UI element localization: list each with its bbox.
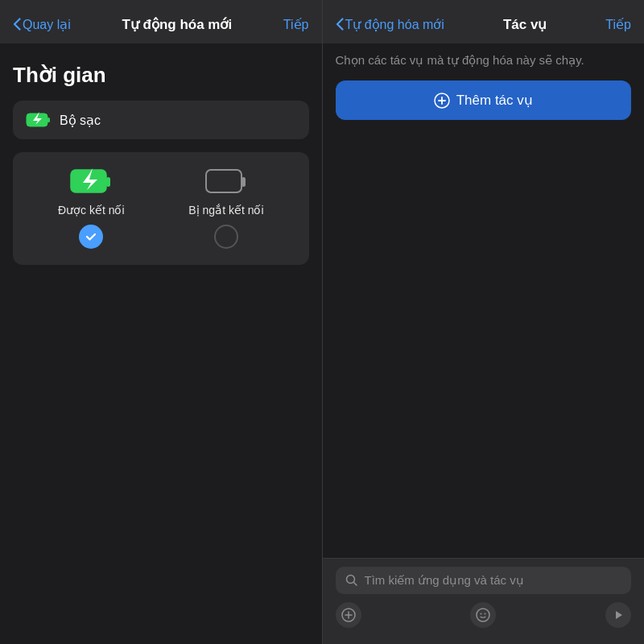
- add-action-button[interactable]: Thêm tác vụ: [336, 80, 632, 120]
- disconnected-radio[interactable]: [214, 225, 238, 249]
- play-button[interactable]: [605, 602, 631, 628]
- right-back-button[interactable]: Tự động hóa mới: [336, 17, 444, 32]
- connection-options-card: Được kết nối Bị ngắt kết nối: [13, 152, 309, 265]
- left-nav-title: Tự động hóa mới: [122, 16, 232, 33]
- right-back-label: Tự động hóa mới: [345, 17, 444, 32]
- disconnected-label: Bị ngắt kết nối: [188, 204, 263, 217]
- battery-charging-icon: [26, 112, 52, 128]
- connected-radio[interactable]: [79, 225, 103, 249]
- svg-rect-5: [242, 177, 246, 187]
- right-chevron-left-icon: [336, 18, 344, 31]
- svg-rect-4: [206, 170, 242, 192]
- battery-flat-large-icon: [205, 168, 247, 196]
- smiley-icon: [476, 608, 490, 622]
- disconnected-option[interactable]: Bị ngắt kết nối: [188, 168, 263, 249]
- search-placeholder: Tìm kiếm ứng dụng và tác vụ: [365, 573, 524, 588]
- add-action-label: Thêm tác vụ: [456, 92, 533, 109]
- bottom-bar: Tìm kiếm ứng dụng và tác vụ: [323, 558, 645, 644]
- smiley-icon-button[interactable]: [470, 602, 496, 628]
- right-panel: Tự động hóa mới Tác vụ Tiếp Chọn các tác…: [323, 0, 645, 644]
- description-text: Chọn các tác vụ mà tự động hóa này sẽ ch…: [323, 43, 645, 80]
- chevron-left-icon: [13, 18, 21, 31]
- left-panel: Quay lại Tự động hóa mới Tiếp Thời gian …: [0, 0, 323, 644]
- checkmark-icon: [85, 230, 97, 243]
- plus-circle-icon: [434, 93, 450, 109]
- left-content: Thời gian Bộ sạc Được kết nối: [0, 43, 322, 644]
- left-back-button[interactable]: Quay lại: [13, 17, 71, 32]
- right-nav-title: Tác vụ: [503, 16, 547, 33]
- svg-point-9: [477, 609, 489, 621]
- connected-option[interactable]: Được kết nối: [58, 168, 125, 249]
- add-icon-button[interactable]: [336, 602, 361, 628]
- connected-label: Được kết nối: [58, 204, 125, 217]
- left-nav-bar: Quay lại Tự động hóa mới Tiếp: [0, 0, 322, 43]
- left-nav-action[interactable]: Tiếp: [283, 17, 309, 32]
- left-back-label: Quay lại: [23, 17, 71, 32]
- charger-list-item[interactable]: Bộ sạc: [13, 101, 309, 139]
- svg-point-10: [481, 613, 482, 615]
- svg-rect-3: [106, 177, 110, 187]
- right-nav-bar: Tự động hóa mới Tác vụ Tiếp: [323, 0, 645, 43]
- svg-rect-1: [47, 118, 50, 122]
- charger-label: Bộ sạc: [60, 113, 101, 128]
- plus-icon: [341, 608, 356, 622]
- svg-point-11: [485, 613, 486, 615]
- search-icon: [345, 574, 358, 587]
- bottom-icons-row: [336, 602, 632, 628]
- battery-charging-large-icon: [70, 168, 112, 196]
- right-nav-action[interactable]: Tiếp: [605, 17, 631, 32]
- play-icon: [611, 608, 625, 622]
- search-bar[interactable]: Tìm kiếm ứng dụng và tác vụ: [336, 567, 632, 594]
- section-title: Thời gian: [13, 63, 309, 88]
